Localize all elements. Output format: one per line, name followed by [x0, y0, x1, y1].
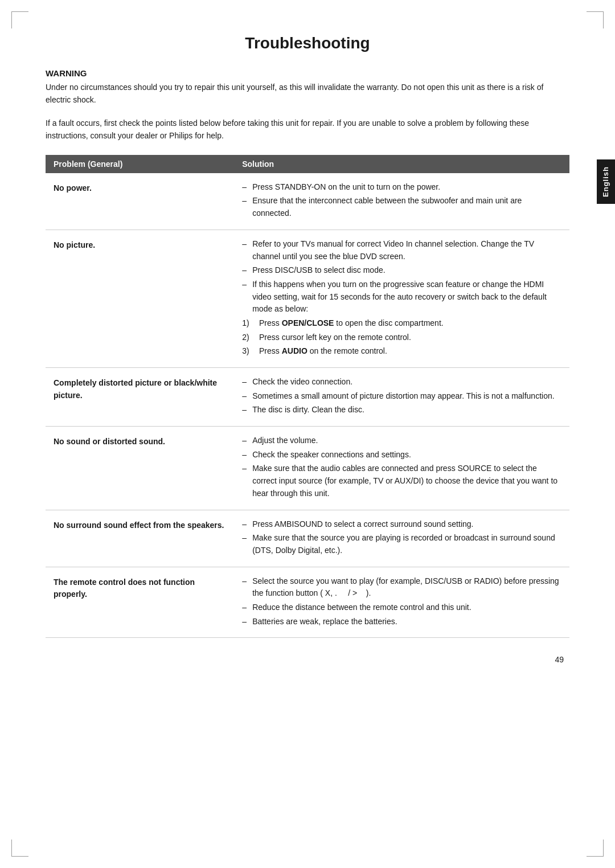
solution-list: Refer to your TVs manual for correct Vid…	[242, 238, 561, 358]
list-item: Batteries are weak, replace the batterie…	[242, 616, 561, 628]
solution-list: Select the source you want to play (for …	[242, 575, 561, 628]
list-item: Press STANDBY-ON on the unit to turn on …	[242, 181, 561, 194]
list-item: 1) Press OPEN/CLOSE to open the disc com…	[242, 317, 561, 330]
solution-list: Check the video connection. Sometimes a …	[242, 376, 561, 416]
list-item: Make sure that the source you are playin…	[242, 532, 561, 556]
solution-no-surround: Press AMBISOUND to select a correct surr…	[234, 510, 569, 567]
list-item: Reduce the distance between the remote c…	[242, 601, 561, 614]
language-tab: English	[597, 159, 615, 204]
solution-no-picture: Refer to your TVs manual for correct Vid…	[234, 230, 569, 367]
corner-mark-top-right	[587, 11, 604, 28]
list-item: 3) Press AUDIO on the remote control.	[242, 345, 561, 358]
col-problem-header: Problem (General)	[46, 155, 234, 173]
solution-no-power: Press STANDBY-ON on the unit to turn on …	[234, 173, 569, 230]
page-number: 49	[46, 655, 569, 664]
page-container: English Troubleshooting WARNING Under no…	[0, 0, 615, 868]
solution-no-sound: Adjust the volume. Check the speaker con…	[234, 427, 569, 510]
list-item: Press AMBISOUND to select a correct surr…	[242, 518, 561, 531]
table-row: No sound or distorted sound. Adjust the …	[46, 427, 569, 510]
bold-audio: AUDIO	[282, 346, 308, 355]
problem-remote-control: The remote control does not function pro…	[46, 567, 234, 638]
warning-title: WARNING	[46, 68, 569, 78]
table-row: Completely distorted picture or black/wh…	[46, 368, 569, 427]
table-row: No power. Press STANDBY-ON on the unit t…	[46, 173, 569, 230]
list-item: Make sure that the audio cables are conn…	[242, 462, 561, 499]
solution-list: Press STANDBY-ON on the unit to turn on …	[242, 181, 561, 220]
problem-distorted-picture: Completely distorted picture or black/wh…	[46, 368, 234, 427]
list-item: Press DISC/USB to select disc mode.	[242, 264, 561, 277]
problem-no-picture: No picture.	[46, 230, 234, 367]
list-item: Sometimes a small amount of picture dist…	[242, 390, 561, 403]
problem-no-power: No power.	[46, 173, 234, 230]
solution-list: Press AMBISOUND to select a correct surr…	[242, 518, 561, 557]
list-item: Check the video connection.	[242, 376, 561, 388]
corner-mark-top-left	[11, 11, 28, 28]
page-title: Troubleshooting	[46, 34, 569, 52]
solution-remote-control: Select the source you want to play (for …	[234, 567, 569, 638]
troubleshoot-table: Problem (General) Solution No power. Pre…	[46, 155, 569, 638]
list-item: Ensure that the interconnect cable betwe…	[242, 195, 561, 219]
list-item: Select the source you want to play (for …	[242, 575, 561, 600]
solution-list: Adjust the volume. Check the speaker con…	[242, 435, 561, 499]
table-row: No surround sound effect from the speake…	[46, 510, 569, 567]
warning-text: Under no circumstances should you try to…	[46, 81, 569, 106]
col-solution-header: Solution	[234, 155, 569, 173]
list-item: Refer to your TVs manual for correct Vid…	[242, 238, 561, 263]
corner-mark-bottom-right	[587, 840, 604, 857]
list-item: If this happens when you turn on the pro…	[242, 279, 561, 316]
table-header-row: Problem (General) Solution	[46, 155, 569, 173]
problem-no-sound: No sound or distorted sound.	[46, 427, 234, 510]
list-item: Adjust the volume.	[242, 435, 561, 447]
intro-text: If a fault occurs, first check the point…	[46, 117, 569, 142]
corner-mark-bottom-left	[11, 840, 28, 857]
list-item: Check the speaker connections and settin…	[242, 449, 561, 461]
warning-section: WARNING Under no circumstances should yo…	[46, 68, 569, 106]
list-item: 2) Press cursor left key on the remote c…	[242, 331, 561, 344]
list-item: The disc is dirty. Clean the disc.	[242, 404, 561, 416]
table-row: The remote control does not function pro…	[46, 567, 569, 638]
solution-distorted-picture: Check the video connection. Sometimes a …	[234, 368, 569, 427]
table-row: No picture. Refer to your TVs manual for…	[46, 230, 569, 367]
bold-open-close: OPEN/CLOSE	[282, 318, 334, 327]
problem-no-surround: No surround sound effect from the speake…	[46, 510, 234, 567]
